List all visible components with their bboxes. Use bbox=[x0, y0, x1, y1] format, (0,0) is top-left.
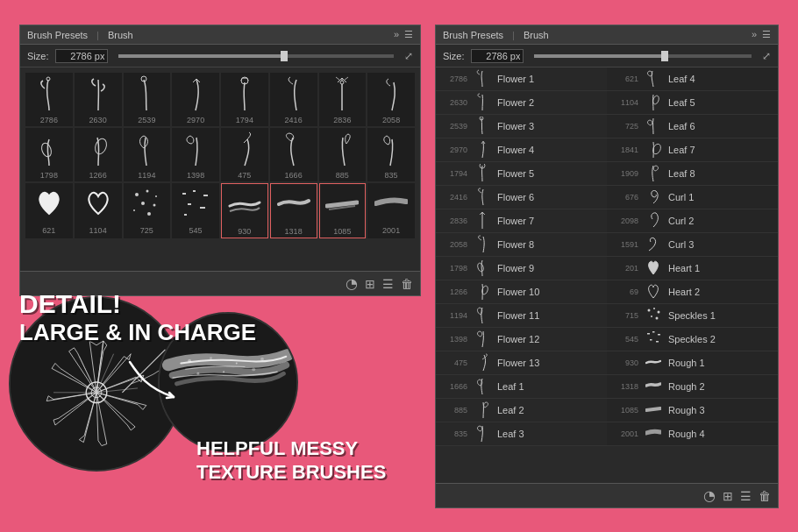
left-size-slider[interactable] bbox=[118, 54, 394, 58]
left-slider-thumb[interactable] bbox=[281, 51, 288, 61]
grid-icon[interactable]: ⊞ bbox=[365, 277, 375, 291]
list-item-flower5[interactable]: 1794 Flower 5 bbox=[436, 162, 607, 186]
brush-preview-1794 bbox=[225, 75, 264, 114]
list-item-flower1[interactable]: 2786 Flower 1 bbox=[436, 67, 607, 91]
list-icon[interactable]: ☰ bbox=[382, 277, 394, 291]
item-name-curl2: Curl 2 bbox=[668, 216, 694, 226]
left-tab-brush[interactable]: Brush bbox=[108, 30, 133, 40]
brush-cell-1398[interactable]: 1398 bbox=[172, 128, 219, 181]
item-icon-flower8 bbox=[473, 235, 492, 254]
item-icon-leaf4 bbox=[644, 69, 663, 89]
list-item-heart1[interactable]: 201 Heart 1 bbox=[607, 257, 778, 280]
brush-cell-1085[interactable]: 1085 bbox=[319, 183, 367, 238]
item-name-leaf3: Leaf 3 bbox=[497, 429, 524, 439]
list-item-flower9[interactable]: 1798 Flower 9 bbox=[436, 257, 607, 280]
brush-preview-545 bbox=[176, 186, 215, 224]
list-item-flower10[interactable]: 1266 Flower 10 bbox=[436, 280, 607, 304]
item-icon-rough4 bbox=[644, 424, 663, 443]
brush-cell-1794[interactable]: 1794 bbox=[221, 73, 268, 126]
brush-cell-1318[interactable]: 1318 bbox=[270, 183, 317, 238]
brush-cell-545[interactable]: 545 bbox=[172, 183, 219, 238]
list-item-flower6[interactable]: 2416 Flower 6 bbox=[436, 186, 607, 209]
resize-icon[interactable]: ⤢ bbox=[404, 50, 413, 62]
list-item-curl1[interactable]: 676 Curl 1 bbox=[607, 186, 778, 209]
item-num-leaf4: 621 bbox=[614, 74, 638, 83]
list-item-leaf3[interactable]: 835 Leaf 3 bbox=[436, 422, 607, 446]
brush-cell-885[interactable]: 885 bbox=[319, 128, 367, 181]
list-item-flower4[interactable]: 2970 Flower 4 bbox=[436, 138, 607, 162]
right-panel-header: Brush Presets | Brush » ☰ bbox=[436, 25, 778, 45]
left-tab-presets[interactable]: Brush Presets bbox=[27, 30, 88, 40]
list-item-flower3[interactable]: 2539 Flower 3 bbox=[436, 115, 607, 138]
list-item-leaf8[interactable]: 1909 Leaf 8 bbox=[607, 162, 778, 186]
item-icon-flower9 bbox=[473, 259, 492, 278]
right-menu-icon[interactable]: ☰ bbox=[762, 29, 771, 40]
right-list-icon[interactable]: ☰ bbox=[740, 489, 752, 503]
list-item-flower2[interactable]: 2630 Flower 2 bbox=[436, 91, 607, 115]
list-item-leaf4[interactable]: 621 Leaf 4 bbox=[607, 67, 778, 91]
brush-cell-930[interactable]: 930 bbox=[221, 183, 268, 238]
right-grid-icon[interactable]: ⊞ bbox=[723, 489, 733, 503]
item-icon-flower6 bbox=[473, 188, 492, 207]
right-size-input[interactable] bbox=[471, 49, 524, 63]
eyedrop-icon[interactable]: ◔ bbox=[346, 275, 358, 292]
list-item-rough1[interactable]: 930 Rough 1 bbox=[607, 351, 778, 375]
list-item-heart2[interactable]: 69 Heart 2 bbox=[607, 280, 778, 304]
right-resize-icon[interactable]: ⤢ bbox=[762, 50, 771, 62]
list-item-flower11[interactable]: 1194 Flower 11 bbox=[436, 304, 607, 328]
svg-point-43 bbox=[196, 372, 199, 375]
svg-point-3 bbox=[340, 81, 344, 84]
brush-cell-2416[interactable]: 2416 bbox=[270, 73, 317, 126]
list-item-flower13[interactable]: 475 Flower 13 bbox=[436, 351, 607, 375]
brush-cell-475[interactable]: 475 bbox=[221, 128, 268, 181]
list-item-leaf6[interactable]: 725 Leaf 6 bbox=[607, 115, 778, 138]
svg-rect-14 bbox=[193, 190, 196, 192]
brush-cell-2970[interactable]: 2970 bbox=[172, 73, 219, 126]
list-item-leaf7[interactable]: 1841 Leaf 7 bbox=[607, 138, 778, 162]
right-panel-icons: » ☰ bbox=[752, 29, 771, 40]
list-item-curl3[interactable]: 1591 Curl 3 bbox=[607, 233, 778, 257]
right-eyedrop-icon[interactable]: ◔ bbox=[703, 487, 716, 504]
brush-cell-835[interactable]: 835 bbox=[367, 128, 415, 181]
menu-icon[interactable]: ☰ bbox=[404, 29, 413, 40]
left-size-input[interactable] bbox=[55, 49, 108, 63]
brush-cell-2630[interactable]: 2630 bbox=[75, 73, 122, 126]
brush-cell-1266[interactable]: 1266 bbox=[75, 128, 122, 181]
brush-cell-725[interactable]: 725 bbox=[124, 183, 171, 238]
delete-icon[interactable]: 🗑 bbox=[401, 277, 413, 291]
brush-cell-2001[interactable]: 2001 bbox=[367, 183, 415, 238]
right-tab-presets[interactable]: Brush Presets bbox=[443, 30, 503, 40]
brush-cell-2058[interactable]: 2058 bbox=[367, 73, 415, 126]
brush-cell-1194[interactable]: 1194 bbox=[124, 128, 171, 181]
brush-cell-2539[interactable]: 2539 bbox=[124, 73, 171, 126]
brush-cell-1798[interactable]: 1798 bbox=[25, 128, 73, 181]
list-item-flower12[interactable]: 1398 Flower 12 bbox=[436, 328, 607, 351]
right-slider-thumb[interactable] bbox=[661, 51, 668, 61]
svg-point-7 bbox=[146, 190, 149, 193]
list-item-rough2[interactable]: 1318 Rough 2 bbox=[607, 375, 778, 399]
list-item-flower8[interactable]: 2058 Flower 8 bbox=[436, 233, 607, 257]
list-item-speckles1[interactable]: 715 Speckles 1 bbox=[607, 304, 778, 328]
brush-cell-1104[interactable]: 1104 bbox=[75, 183, 122, 238]
item-name-curl3: Curl 3 bbox=[668, 239, 694, 250]
item-icon-curl3 bbox=[644, 235, 663, 254]
brush-cell-621[interactable]: 621 bbox=[25, 183, 73, 238]
item-icon-heart1 bbox=[644, 259, 663, 278]
brush-cell-2786[interactable]: 2786 bbox=[25, 73, 73, 126]
list-item-flower7[interactable]: 2836 Flower 7 bbox=[436, 209, 607, 233]
list-item-curl2[interactable]: 2098 Curl 2 bbox=[607, 209, 778, 233]
forward-icon[interactable]: » bbox=[394, 29, 399, 40]
list-item-speckles2[interactable]: 545 Speckles 2 bbox=[607, 328, 778, 351]
brush-cell-1666[interactable]: 1666 bbox=[270, 128, 317, 181]
brush-cell-2836[interactable]: 2836 bbox=[319, 73, 367, 126]
right-delete-icon[interactable]: 🗑 bbox=[759, 489, 771, 503]
list-item-leaf5[interactable]: 1104 Leaf 5 bbox=[607, 91, 778, 115]
item-icon-rough2 bbox=[644, 377, 663, 396]
right-size-slider[interactable] bbox=[534, 54, 752, 58]
right-tab-brush[interactable]: Brush bbox=[524, 30, 549, 40]
right-forward-icon[interactable]: » bbox=[752, 29, 757, 40]
list-item-leaf1[interactable]: 1666 Leaf 1 bbox=[436, 375, 607, 399]
list-item-rough4[interactable]: 2001 Rough 4 bbox=[607, 422, 778, 446]
list-item-rough3[interactable]: 1085 Rough 3 bbox=[607, 399, 778, 422]
list-item-leaf2[interactable]: 885 Leaf 2 bbox=[436, 399, 607, 422]
